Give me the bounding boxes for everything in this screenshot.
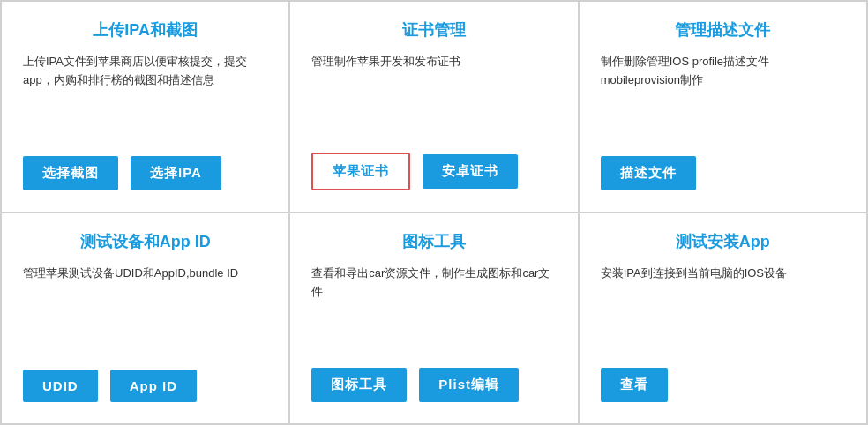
card-buttons-upload-ipa: 选择截图选择IPA <box>23 156 221 190</box>
select-screenshot-button[interactable]: 选择截图 <box>23 156 118 190</box>
main-grid: 上传IPA和截图上传IPA文件到苹果商店以便审核提交，提交app，内购和排行榜的… <box>0 0 868 425</box>
view-button[interactable]: 查看 <box>601 368 668 402</box>
card-desc-icon-tools: 查看和导出car资源文件，制作生成图标和car文件 <box>311 265 556 350</box>
apple-cert-button[interactable]: 苹果证书 <box>311 153 410 190</box>
card-cert-management: 证书管理管理制作苹果开发和发布证书苹果证书安卓证书 <box>289 1 578 213</box>
card-buttons-cert-management: 苹果证书安卓证书 <box>311 153 518 190</box>
appid-button[interactable]: App ID <box>110 370 197 402</box>
card-title-test-device: 测试设备和App ID <box>23 231 267 252</box>
card-test-install: 测试安装App安装IPA到连接到当前电脑的IOS设备查看 <box>579 213 867 424</box>
udid-button[interactable]: UDID <box>23 370 98 402</box>
card-title-cert-management: 证书管理 <box>311 19 556 41</box>
card-buttons-icon-tools: 图标工具Plist编辑 <box>311 368 519 402</box>
card-desc-cert-management: 管理制作苹果开发和发布证书 <box>311 53 460 135</box>
card-upload-ipa: 上传IPA和截图上传IPA文件到苹果商店以便审核提交，提交app，内购和排行榜的… <box>1 1 289 213</box>
card-test-device: 测试设备和App ID管理苹果测试设备UDID和AppID,bundle IDU… <box>1 213 289 424</box>
card-desc-upload-ipa: 上传IPA文件到苹果商店以便审核提交，提交app，内购和排行榜的截图和描述信息 <box>23 53 267 138</box>
card-title-manage-profile: 管理描述文件 <box>601 19 845 41</box>
card-icon-tools: 图标工具查看和导出car资源文件，制作生成图标和car文件图标工具Plist编辑 <box>289 213 578 424</box>
card-desc-manage-profile: 制作删除管理IOS profile描述文件mobileprovision制作 <box>601 53 845 138</box>
card-manage-profile: 管理描述文件制作删除管理IOS profile描述文件mobileprovisi… <box>579 1 867 213</box>
card-title-test-install: 测试安装App <box>601 231 845 252</box>
select-ipa-button[interactable]: 选择IPA <box>131 156 221 190</box>
android-cert-button[interactable]: 安卓证书 <box>423 154 518 189</box>
card-title-icon-tools: 图标工具 <box>311 231 556 252</box>
card-desc-test-install: 安装IPA到连接到当前电脑的IOS设备 <box>601 265 787 350</box>
card-buttons-manage-profile: 描述文件 <box>601 156 696 190</box>
plist-button[interactable]: Plist编辑 <box>419 368 519 402</box>
card-buttons-test-install: 查看 <box>601 368 668 402</box>
icon-tool-button[interactable]: 图标工具 <box>311 368 407 402</box>
card-desc-test-device: 管理苹果测试设备UDID和AppID,bundle ID <box>23 265 238 352</box>
card-buttons-test-device: UDIDApp ID <box>23 370 197 402</box>
profile-button[interactable]: 描述文件 <box>601 156 696 190</box>
card-title-upload-ipa: 上传IPA和截图 <box>23 19 267 41</box>
